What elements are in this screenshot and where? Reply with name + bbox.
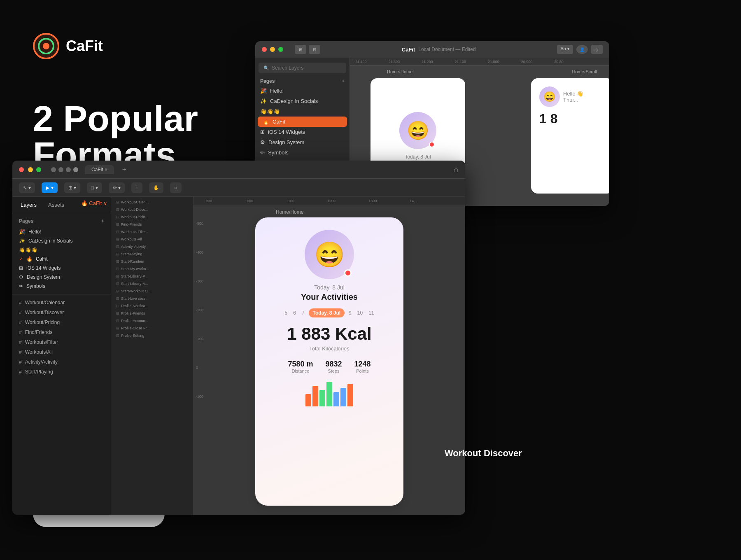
layer-name-8: Start/Playing [25,369,53,375]
layer-left-2[interactable]: ⊟ Workout-Disco... [111,206,193,213]
page-cadesign[interactable]: ✨ CaDesign in Socials [255,96,350,106]
page-design-system[interactable]: ⚙ Design System [255,137,350,147]
layer-left-11[interactable]: ⊟ Start-Library-P... [111,273,193,280]
layer-left-19[interactable]: ⊟ Profile-Setting [111,332,193,339]
panel-page-symbols[interactable]: ✏ Symbols [16,282,107,291]
toolbar-row: ↖ ▾ ▶ ▾ ⊞ ▾ □ ▾ ✏ ▾ T ✋ ○ [12,179,465,197]
svg-point-3 [43,43,49,49]
btl-red[interactable] [19,167,24,172]
toolbar-pen-tool[interactable]: ✏ ▾ [109,182,125,193]
tab-layers[interactable]: Layers [16,200,42,210]
phone-right-header: 😄 Hello 👋 Thur... [539,86,605,107]
layer-left-10[interactable]: ⊟ Start-My worko... [111,265,193,273]
traffic-light-red[interactable] [262,47,267,52]
page-cafit-active[interactable]: 🔥 CaFit [258,117,347,127]
layer-workout-pricing[interactable]: # Workout/Pricing [16,317,107,327]
ppi-name-7: Symbols [26,283,45,289]
tab-assets[interactable]: Assets [43,200,69,210]
panel-page-design-system[interactable]: ⚙ Design System [16,273,107,282]
hash-icon-4: # [19,329,22,335]
layer-left-14[interactable]: ⊟ Start-Live sess... [111,295,193,302]
avatar-dot [429,142,435,147]
toolbar-select-tool[interactable]: ↖ ▾ [19,182,35,193]
aa-button[interactable]: Aa ▾ [557,45,573,54]
browser-tab-cafit[interactable]: CaFit × [85,165,114,174]
layer-left-6[interactable]: ⊟ Workouts-All [111,236,193,243]
avatar-left: 😄 [399,112,436,149]
panel-page-ios14[interactable]: ⊞ iOS 14 Widgets [16,264,107,273]
share-btn[interactable]: ◇ [591,45,603,54]
layer-left-8[interactable]: ⊟ Start-Playing [111,250,193,258]
layer-left-9[interactable]: ⊟ Start-Random [111,258,193,265]
toolbar-shape-tool[interactable]: □ ▾ [87,182,102,193]
layer-left-12[interactable]: ⊟ Start-Library-A... [111,280,193,287]
layer-left-name-9: Start-Random [121,259,144,264]
add-tab-btn[interactable]: + [117,164,131,175]
b-ruler-4: 1200 [327,199,336,203]
btl-yellow[interactable] [28,167,33,172]
frame-label-home-home: Home-Home [387,69,412,74]
panel-page-emojis[interactable]: 👋👋👋 [16,245,107,254]
window-btn-1[interactable]: ⊞ [295,45,306,54]
v-ruler-4: -200 [196,308,203,312]
v-ruler-1: -500 [196,222,203,226]
panel-page-hello[interactable]: 🎉 Hello! [16,227,107,236]
layer-left-15[interactable]: ⊟ Profile-Notifica... [111,302,193,310]
layer-monitor-icon-3: ⊟ [116,215,119,219]
toolbar-comment-tool[interactable]: ○ [170,182,181,193]
titlebar-right-controls: Aa ▾ 👤 ◇ [557,45,603,54]
layer-workout-discover[interactable]: # Workout/Discover [16,308,107,317]
layer-left-3[interactable]: ⊟ Workout-Pricin... [111,213,193,221]
page-emoji-1: 🎉 [260,88,267,94]
layer-name-2: Workout/Discover [25,310,64,315]
ds-6: 6 [291,308,298,317]
toolbar-text-tool[interactable]: T [131,182,142,193]
layer-left-name-2: Workout-Disco... [121,208,148,212]
layer-activity[interactable]: # Activity/Activity [16,357,107,367]
layer-left-1[interactable]: ⊟ Workout-Calen... [111,198,193,206]
add-page-btn[interactable]: + [342,78,345,84]
panel-add-page[interactable]: + [101,218,104,224]
search-layers-bar[interactable]: 🔍 Search Layers [259,63,346,73]
activities-title: Your Activities [301,292,358,302]
panel-page-cadesign[interactable]: ✨ CaDesign in Socials [16,236,107,245]
layer-monitor-icon-6: ⊟ [116,237,119,241]
layer-workouts-filter[interactable]: # Workouts/Filter [16,337,107,347]
ds-10: 10 [356,308,364,317]
window-btn-2[interactable]: ⊟ [309,45,320,54]
ds-today: Today, 8 Jul [309,308,345,317]
profile-btn[interactable]: 👤 [576,45,588,54]
toolbar-hand-tool[interactable]: ✋ [149,182,163,193]
layer-left-4[interactable]: ⊟ Find-Friends [111,221,193,228]
page-emojis[interactable]: 👋👋👋 [255,106,350,117]
ruler-mark-1: -21.400 [354,60,367,64]
layer-left-5[interactable]: ⊟ Workouts-Filte... [111,228,193,236]
layer-workout-calendar[interactable]: # Workout/Calendar [16,298,107,308]
layer-left-16[interactable]: ⊟ Profile-Friends [111,310,193,317]
page-hello[interactable]: 🎉 Hello! [255,86,350,96]
home-icon[interactable]: ⌂ [454,165,459,174]
bar-5 [333,392,339,406]
panel-page-cafit-active[interactable]: ✓ 🔥 CaFit [16,254,107,264]
layer-left-18[interactable]: ⊟ Profile-Close Fr... [111,324,193,332]
page-ios14[interactable]: ⊞ iOS 14 Widgets [255,127,350,137]
traffic-light-green[interactable] [278,47,283,52]
page-symbols[interactable]: ✏ Symbols [255,147,350,158]
layer-start-playing[interactable]: # Start/Playing [16,367,107,377]
layer-left-13[interactable]: ⊟ Start-Workout O... [111,287,193,295]
layer-monitor-icon-15: ⊟ [116,304,119,308]
layer-find-friends[interactable]: # Find/Friends [16,327,107,337]
toolbar-move-tool[interactable]: ▶ ▾ [42,182,57,193]
layer-monitor-icon-14: ⊟ [116,296,119,301]
layer-left-17[interactable]: ⊟ Profile-Accoun... [111,317,193,324]
toolbar-frame-tool[interactable]: ⊞ ▾ [64,182,80,193]
frame-label-home-scroll: Home-Scroll [572,69,597,74]
panel-pages-header: Pages + [16,217,107,226]
v-ruler-6: 0 [196,366,203,370]
traffic-light-yellow[interactable] [270,47,275,52]
avatar-emoji-left: 😄 [407,120,429,141]
activity-bars [305,382,353,406]
layer-workouts-all[interactable]: # Workouts/All [16,347,107,357]
btl-green[interactable] [36,167,41,172]
layer-left-7[interactable]: ⊟ Activity-Activity [111,243,193,250]
